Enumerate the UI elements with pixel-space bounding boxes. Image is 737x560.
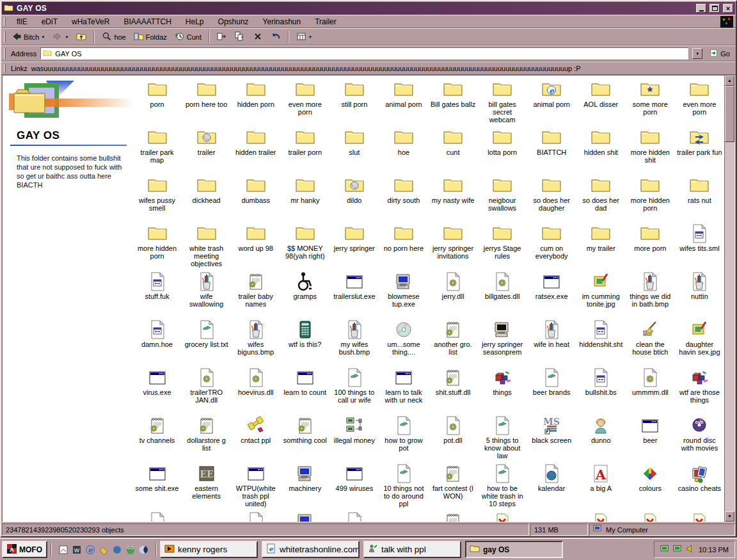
file-item[interactable]: wifes tits.sml: [675, 223, 724, 271]
file-item[interactable]: eanimal porn: [527, 79, 576, 127]
links-grip[interactable]: [4, 64, 6, 72]
file-item[interactable]: tv channels: [132, 415, 182, 463]
task-button-whitetrashonline-com[interactable]: ewhitetrashonline.com: [262, 541, 360, 558]
file-item[interactable]: even more porn: [675, 79, 724, 127]
forward-button[interactable]: ▼: [49, 30, 72, 44]
file-item[interactable]: jerry springer: [329, 223, 379, 271]
back-dropdown-icon[interactable]: ▼: [41, 35, 45, 39]
quicklaunch-draw-icon[interactable]: [99, 545, 109, 555]
file-item[interactable]: daughter havin sex.jpg: [675, 319, 724, 367]
menu-item-biaaaattch[interactable]: BIAAAATTCH: [118, 16, 177, 28]
file-item[interactable]: learn to talk with ur neck: [379, 367, 428, 415]
address-dropdown-button[interactable]: ▼: [692, 48, 702, 59]
volume-icon[interactable]: [686, 544, 695, 555]
forward-dropdown-icon[interactable]: ▼: [65, 35, 68, 39]
file-item[interactable]: shit.stuff.dll: [429, 367, 478, 415]
file-item[interactable]: [132, 511, 182, 522]
menu-item-edit[interactable]: eDiT: [36, 16, 63, 28]
copy-to-button[interactable]: [232, 30, 248, 44]
file-item[interactable]: [329, 511, 379, 522]
file-item[interactable]: some shit.exe: [132, 463, 182, 511]
file-item[interactable]: neigbour swallows: [478, 175, 527, 223]
file-item[interactable]: beer: [626, 415, 675, 463]
go-button[interactable]: Go: [706, 49, 733, 59]
file-item[interactable]: fart contest (I WON): [429, 463, 478, 511]
file-item[interactable]: cntact ppl: [231, 415, 280, 463]
menu-item-whatever[interactable]: wHaTeVeR: [66, 16, 115, 28]
task-button-talk-with-ppl[interactable]: talk with ppl: [363, 541, 461, 558]
file-item[interactable]: somthing cool: [280, 415, 329, 463]
file-item[interactable]: [280, 511, 329, 522]
clock[interactable]: 10:13 PM: [699, 546, 729, 554]
file-item[interactable]: wtf is this?: [280, 319, 329, 367]
file-item[interactable]: trailer: [182, 127, 231, 175]
search-button[interactable]: hoe: [99, 30, 129, 44]
delete-button[interactable]: [250, 30, 266, 44]
menu-item-flle[interactable]: fllE: [11, 16, 33, 28]
file-item[interactable]: how to be white trash in 10 steps: [478, 463, 527, 511]
toolbar-grip[interactable]: [4, 31, 6, 43]
address-grip[interactable]: [4, 48, 6, 58]
menu-item-trailer[interactable]: Trailer: [309, 16, 342, 28]
menu-grip[interactable]: [4, 17, 6, 26]
file-item[interactable]: trailerslut.exe: [329, 271, 379, 319]
file-item[interactable]: DVDround disc with movies: [675, 415, 724, 463]
file-item[interactable]: porn: [132, 79, 182, 127]
file-item[interactable]: 499 wiruses: [329, 463, 379, 511]
file-item[interactable]: Bill gates ballz: [429, 79, 478, 127]
file-item[interactable]: machinery: [280, 463, 329, 511]
move-to-button[interactable]: [214, 30, 230, 44]
file-item[interactable]: EEeastern elements: [182, 463, 231, 511]
file-item[interactable]: wifes biguns.bmp: [231, 319, 280, 367]
file-item[interactable]: dunno: [576, 415, 626, 463]
file-item[interactable]: dollarstore g list: [182, 415, 231, 463]
file-item[interactable]: another gro. list: [429, 319, 478, 367]
file-item[interactable]: slut: [329, 127, 379, 175]
file-item[interactable]: illegal money: [329, 415, 379, 463]
file-item[interactable]: jerry.dll: [429, 271, 478, 319]
file-item[interactable]: bullshit.bs: [576, 367, 626, 415]
start-button[interactable]: A MOFO: [2, 541, 47, 558]
file-item[interactable]: white trash meeting objectives: [182, 223, 231, 271]
file-item[interactable]: trailer baby names: [231, 271, 280, 319]
file-item[interactable]: wtf are those things: [675, 367, 724, 415]
file-item[interactable]: wifes pussy smell: [132, 175, 182, 223]
network-icon[interactable]: [673, 545, 683, 555]
quicklaunch-internet-explorer-icon[interactable]: e: [85, 545, 95, 555]
file-item[interactable]: im cumming tonite.jpg: [576, 271, 626, 319]
back-button[interactable]: Bitch ▼: [8, 30, 48, 44]
file-item[interactable]: bill gates secret webcam: [478, 79, 527, 127]
file-item[interactable]: ummmm.dll: [626, 367, 675, 415]
file-item[interactable]: porn here too: [182, 79, 231, 127]
file-item[interactable]: cunt: [429, 127, 478, 175]
quicklaunch-media-icon[interactable]: W: [72, 545, 82, 555]
file-item[interactable]: stuff.fuk: [132, 271, 182, 319]
file-item[interactable]: hidden trailer: [231, 127, 280, 175]
close-button[interactable]: ×: [723, 4, 733, 13]
file-item[interactable]: even more porn: [280, 79, 329, 127]
file-item[interactable]: 100 things to call ur wife: [329, 367, 379, 415]
file-item[interactable]: how to grow pot: [379, 415, 428, 463]
file-item[interactable]: hoevirus.dll: [231, 367, 280, 415]
file-item[interactable]: AOL disser: [576, 79, 626, 127]
vertical-scrollbar[interactable]: ▲ ▼: [724, 76, 734, 522]
file-item[interactable]: nuttin: [675, 271, 724, 319]
file-item[interactable]: jerry springer invitations: [429, 223, 478, 271]
file-item[interactable]: [576, 511, 626, 522]
file-item[interactable]: pot.dll: [429, 415, 478, 463]
quicklaunch-frog-icon[interactable]: [125, 545, 136, 555]
address-input[interactable]: GAY OS: [40, 47, 688, 60]
file-item[interactable]: um...some thing....: [379, 319, 428, 367]
file-item[interactable]: more hidden porn: [132, 223, 182, 271]
file-item[interactable]: trailer park fun: [675, 127, 724, 175]
file-item[interactable]: learn to count: [280, 367, 329, 415]
scroll-up-icon[interactable]: ▲: [725, 76, 734, 86]
file-item[interactable]: more hidden porn: [626, 175, 675, 223]
file-item[interactable]: clean the house btich: [626, 319, 675, 367]
file-item[interactable]: trailerTRO JAN.dll: [182, 367, 231, 415]
file-item[interactable]: WTPU(white trash ppl united): [231, 463, 280, 511]
scroll-thumb[interactable]: [725, 86, 734, 142]
file-item[interactable]: BIATTCH: [527, 127, 576, 175]
scroll-down-icon[interactable]: ▼: [725, 511, 734, 522]
file-item[interactable]: wife swallowing: [182, 271, 231, 319]
